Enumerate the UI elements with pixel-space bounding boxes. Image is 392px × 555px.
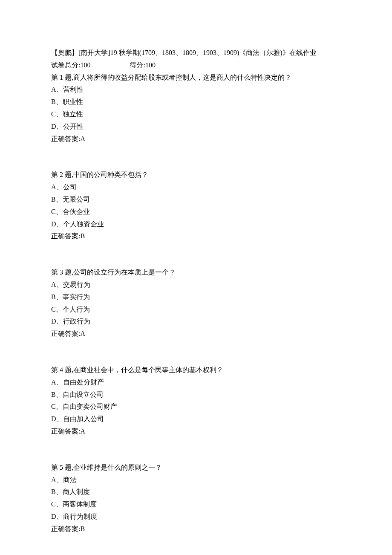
- question-block: 第 1 题,商人将所得的收益分配给股东或者控制人，这是商人的什么特性决定的？A、…: [51, 72, 341, 145]
- question-option: D、商行为制度: [51, 511, 341, 523]
- question-option: A、营利性: [51, 84, 341, 96]
- question-option: A、自由处分财产: [51, 376, 341, 389]
- question-option: C、个人行为: [51, 304, 341, 316]
- question-option: A、交易行为: [51, 279, 341, 291]
- question-option: B、商人制度: [51, 486, 341, 498]
- question-prompt: 第 3 题,公司的设立行为在本质上是一个？: [51, 266, 341, 279]
- question-prompt: 第 1 题,商人将所得的收益分配给股东或者控制人，这是商人的什么特性决定的？: [51, 72, 341, 84]
- question-prompt: 第 2 题,中国的公司种类不包括？: [51, 169, 341, 181]
- question-option: C、自由变卖公司财产: [51, 401, 341, 413]
- question-option: C、合伙企业: [51, 206, 341, 218]
- question-prompt: 第 5 题,企业维持是什么的原则之一？: [51, 462, 341, 474]
- question-option: C、商客体制度: [51, 498, 341, 511]
- score-label: 得分:100: [130, 61, 155, 69]
- total-score-label: 试卷总分:100: [51, 61, 90, 69]
- question-option: D、自由加入公司: [51, 413, 341, 425]
- question-option: B、职业性: [51, 96, 341, 108]
- questions-container: 第 1 题,商人将所得的收益分配给股东或者控制人，这是商人的什么特性决定的？A、…: [51, 72, 341, 555]
- question-option: D、行政行为: [51, 315, 341, 328]
- question-block: 第 5 题,企业维持是什么的原则之一？A、商法B、商人制度C、商客体制度D、商行…: [51, 462, 341, 535]
- question-option: A、商法: [51, 474, 341, 486]
- question-answer: 正确答案:A: [51, 425, 341, 438]
- question-option: B、事实行为: [51, 291, 341, 304]
- question-option: C、独立性: [51, 108, 341, 121]
- question-option: B、无限公司: [51, 194, 341, 206]
- question-option: D、个人独资企业: [51, 218, 341, 231]
- question-answer: 正确答案:A: [51, 328, 341, 340]
- question-block: 第 2 题,中国的公司种类不包括？A、公司B、无限公司C、合伙企业D、个人独资企…: [51, 169, 341, 243]
- document-title: 【奥鹏】[南开大学]19 秋学期(1709、1803、1809、1903、190…: [51, 47, 341, 59]
- question-answer: 正确答案:A: [51, 133, 341, 145]
- question-option: A、公司: [51, 181, 341, 194]
- question-answer: 正确答案:B: [51, 523, 341, 535]
- document-header: 【奥鹏】[南开大学]19 秋学期(1709、1803、1809、1903、190…: [51, 47, 341, 72]
- question-option: B、自由设立公司: [51, 389, 341, 401]
- question-block: 第 3 题,公司的设立行为在本质上是一个？A、交易行为B、事实行为C、个人行为D…: [51, 266, 341, 340]
- question-answer: 正确答案:B: [51, 230, 341, 243]
- question-block: 第 4 题,在商业社会中，什么是每个民事主体的基本权利？A、自由处分财产B、自由…: [51, 364, 341, 438]
- question-option: D、公开性: [51, 121, 341, 133]
- question-prompt: 第 4 题,在商业社会中，什么是每个民事主体的基本权利？: [51, 364, 341, 376]
- score-line: 试卷总分:100得分:100: [51, 61, 167, 69]
